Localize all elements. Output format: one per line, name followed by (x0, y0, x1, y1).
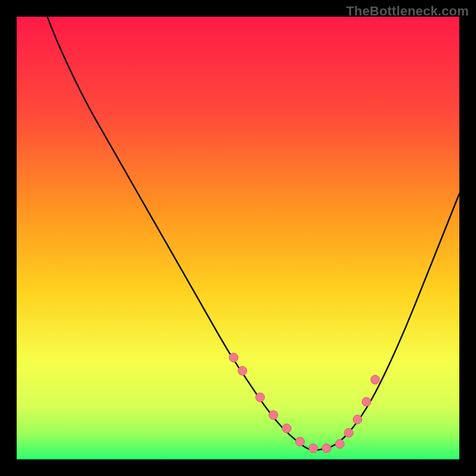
dot (322, 444, 331, 453)
plot-area (17, 17, 459, 459)
watermark-text: TheBottleneck.com (346, 4, 469, 19)
dot (353, 415, 362, 424)
dot (296, 437, 305, 446)
dot (345, 428, 353, 437)
dot (362, 397, 371, 406)
dot (269, 411, 278, 419)
dot (309, 444, 318, 453)
dot (229, 353, 238, 362)
dot (336, 440, 345, 449)
plot-svg (17, 17, 459, 459)
chart-frame: TheBottleneck.com (0, 0, 476, 476)
gradient-background (17, 17, 459, 459)
dot (238, 367, 247, 375)
dot (256, 393, 265, 402)
dot (371, 375, 380, 384)
dot (282, 424, 291, 433)
